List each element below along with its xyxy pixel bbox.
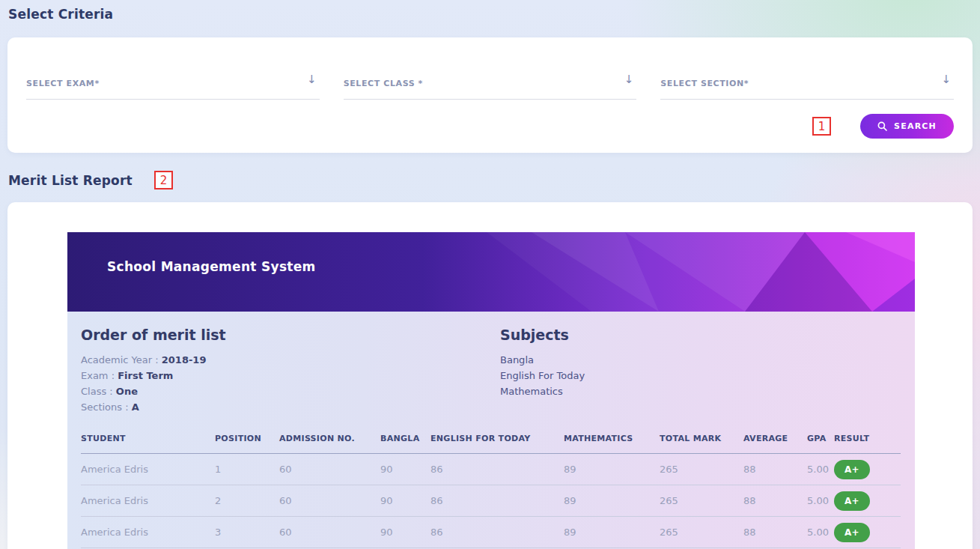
cell-total-mark: 265 — [660, 517, 743, 548]
col-gpa: GPA — [807, 434, 834, 454]
table-row: America Edris 2 60 90 86 89 265 88 5.00 … — [81, 485, 901, 517]
meta-label: Exam : — [81, 370, 115, 381]
meta-label: Class : — [81, 386, 113, 397]
col-student: STUDENT — [81, 434, 215, 454]
meta-value: First Term — [118, 370, 173, 381]
cell-mathematics: 89 — [564, 517, 660, 548]
cell-admission-no: 60 — [279, 454, 380, 485]
meta-exam: Exam : First Term — [81, 368, 500, 383]
search-icon — [877, 121, 887, 131]
select-exam-label: SELECT EXAM* — [26, 79, 100, 88]
cell-english: 86 — [430, 454, 564, 485]
page: Select Criteria SELECT EXAM* ↓ SELECT CL… — [0, 0, 980, 549]
merit-list-title: Merit List Report — [8, 173, 133, 188]
select-section-label: SELECT SECTION* — [660, 79, 749, 88]
report-banner: School Management System — [67, 232, 915, 312]
result-badge: A+ — [834, 523, 870, 542]
cell-admission-no: 60 — [279, 485, 380, 517]
select-criteria-card: SELECT EXAM* ↓ SELECT CLASS * ↓ SELECT S… — [7, 37, 973, 153]
order-of-merit-heading: Order of merit list — [81, 327, 500, 343]
meta-label: Sections : — [81, 401, 129, 413]
select-criteria-title: Select Criteria — [0, 0, 980, 22]
cell-admission-no: 60 — [279, 517, 380, 548]
merit-report: School Management System Order of merit … — [67, 232, 915, 549]
col-total-mark: TOTAL MARK — [660, 434, 743, 454]
subject-item: English For Today — [500, 368, 585, 383]
cell-average: 88 — [743, 485, 807, 517]
banner-title: School Management System — [107, 259, 316, 274]
select-class-label: SELECT CLASS * — [344, 79, 423, 88]
cell-result: A+ — [834, 517, 901, 548]
col-admission-no: ADMISSION NO. — [279, 434, 380, 454]
cell-bangla: 90 — [380, 485, 430, 517]
arrow-down-icon: ↓ — [307, 73, 317, 86]
arrow-down-icon: ↓ — [941, 73, 951, 86]
subjects-heading: Subjects — [500, 327, 585, 343]
col-bangla: BANGLA — [380, 434, 430, 454]
cell-position: 1 — [215, 454, 279, 485]
cell-bangla: 90 — [380, 454, 430, 485]
meta-academic-year: Academic Year : 2018-19 — [81, 352, 500, 368]
cell-mathematics: 89 — [564, 454, 660, 485]
merit-table: STUDENT POSITION ADMISSION NO. BANGLA EN… — [81, 434, 901, 548]
cell-student: America Edris — [81, 454, 215, 485]
meta-label: Academic Year : — [81, 354, 159, 366]
cell-gpa: 5.00 — [807, 517, 834, 548]
search-button-label: SEARCH — [894, 121, 937, 131]
cell-result: A+ — [834, 485, 901, 517]
annotation-marker-1: 1 — [812, 117, 831, 136]
subject-item: Bangla — [500, 352, 585, 368]
col-english: ENGLISH FOR TODAY — [430, 434, 564, 454]
cell-total-mark: 265 — [660, 485, 743, 517]
cell-student: America Edris — [81, 485, 215, 517]
table-header-row: STUDENT POSITION ADMISSION NO. BANGLA EN… — [81, 434, 901, 454]
meta-value: One — [116, 386, 138, 397]
merit-report-card: School Management System Order of merit … — [7, 202, 973, 549]
search-button[interactable]: SEARCH — [860, 114, 954, 139]
cell-student: America Edris — [81, 517, 215, 548]
col-result: RESULT — [834, 434, 901, 454]
report-body: Order of merit list Academic Year : 2018… — [67, 312, 915, 549]
cell-english: 86 — [430, 517, 564, 548]
subject-item: Mathematics — [500, 383, 585, 399]
meta-value: A — [132, 401, 139, 413]
order-of-merit-block: Order of merit list Academic Year : 2018… — [81, 327, 500, 415]
table-row: America Edris 1 60 90 86 89 265 88 5.00 … — [81, 454, 901, 485]
select-section-dropdown[interactable]: SELECT SECTION* ↓ — [660, 75, 954, 100]
cell-bangla: 90 — [380, 517, 430, 548]
select-exam-dropdown[interactable]: SELECT EXAM* ↓ — [26, 75, 320, 100]
merit-title-row: Merit List Report 2 — [8, 171, 980, 189]
cell-gpa: 5.00 — [807, 454, 834, 485]
cell-position: 3 — [215, 517, 279, 548]
table-row: America Edris 3 60 90 86 89 265 88 5.00 … — [81, 517, 901, 548]
result-badge: A+ — [834, 460, 870, 479]
result-badge: A+ — [834, 491, 870, 511]
col-position: POSITION — [215, 434, 279, 454]
meta-value: 2018-19 — [162, 354, 207, 366]
criteria-actions-row: 1 SEARCH — [26, 114, 954, 139]
cell-mathematics: 89 — [564, 485, 660, 517]
cell-gpa: 5.00 — [807, 485, 834, 517]
meta-class: Class : One — [81, 383, 500, 399]
cell-english: 86 — [430, 485, 564, 517]
select-class-dropdown[interactable]: SELECT CLASS * ↓ — [344, 75, 637, 100]
annotation-marker-2: 2 — [154, 171, 173, 189]
cell-total-mark: 265 — [660, 454, 743, 485]
criteria-fields-row: SELECT EXAM* ↓ SELECT CLASS * ↓ SELECT S… — [26, 75, 954, 100]
subjects-block: Subjects Bangla English For Today Mathem… — [500, 327, 585, 415]
cell-average: 88 — [743, 517, 807, 548]
cell-average: 88 — [743, 454, 807, 485]
meta-sections: Sections : A — [81, 399, 500, 415]
col-mathematics: MATHEMATICS — [564, 434, 660, 454]
col-average: AVERAGE — [743, 434, 807, 454]
cell-result: A+ — [834, 454, 901, 485]
arrow-down-icon: ↓ — [624, 73, 634, 86]
cell-position: 2 — [215, 485, 279, 517]
report-info-columns: Order of merit list Academic Year : 2018… — [81, 327, 901, 415]
